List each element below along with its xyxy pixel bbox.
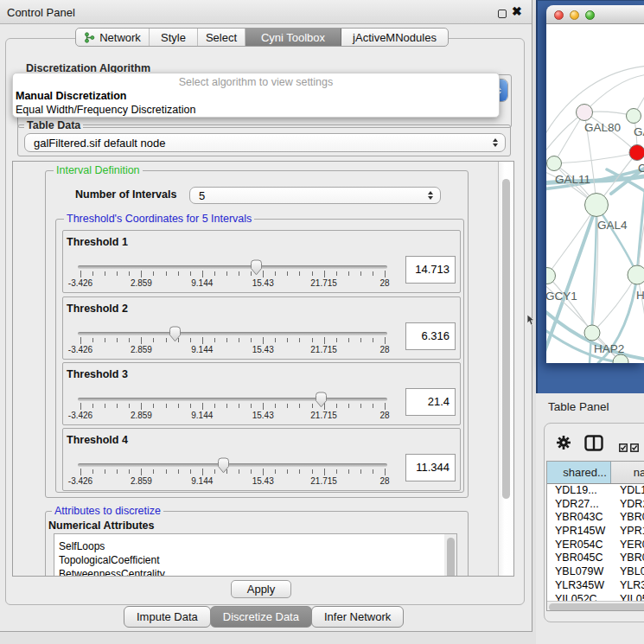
network-node-GAL4[interactable]: [585, 194, 609, 217]
numerical-attributes-list[interactable]: SelfLoopsTopologicalCoefficientBetweenne…: [54, 533, 457, 577]
tab-style[interactable]: Style: [150, 29, 198, 46]
tab-cyni-toolbox[interactable]: Cyni Toolbox: [245, 29, 341, 46]
slider-minor-tick: [92, 404, 93, 408]
tab-discretize-data[interactable]: Discretize Data: [210, 606, 312, 628]
apply-button[interactable]: Apply: [231, 580, 291, 598]
network-node-GAL11[interactable]: [547, 156, 562, 171]
table-row[interactable]: YDL19...YDL19: [547, 484, 644, 498]
slider-minor-tick: [373, 404, 373, 408]
table-header-row: shared... name: [547, 462, 644, 484]
slider-minor-tick: [251, 404, 252, 408]
checkbox-icon[interactable]: [630, 440, 639, 456]
list-item[interactable]: TopologicalCoefficient: [54, 553, 456, 567]
slider-minor-tick: [166, 404, 167, 408]
scrollbar-thumb[interactable]: [502, 179, 510, 499]
tab-infer-network[interactable]: Infer Network: [311, 606, 404, 628]
slider-track[interactable]: [78, 463, 387, 467]
columns-icon[interactable]: [584, 435, 603, 455]
cell-shared-name: YBR043C: [547, 511, 612, 525]
dropdown-item-equal-width-frequency[interactable]: Equal Width/Frequency Discretization: [16, 104, 195, 116]
network-node-top-right[interactable]: [627, 109, 641, 124]
network-node-H-node[interactable]: [628, 265, 644, 284]
checkbox-icon[interactable]: [619, 440, 628, 456]
tab-network[interactable]: Network: [76, 29, 150, 46]
table-row[interactable]: YPR145WYPR14: [547, 525, 644, 539]
network-edge[interactable]: [554, 153, 637, 163]
slider-minor-tick: [299, 404, 300, 408]
close-button[interactable]: [554, 10, 564, 20]
network-node-HAP2[interactable]: [584, 325, 600, 341]
slider-major-tick: [263, 403, 264, 410]
list-scrollbar-thumb[interactable]: [447, 538, 455, 577]
table-row[interactable]: YER054CYER05: [547, 539, 644, 552]
threshold-value-field[interactable]: 14.713: [405, 256, 456, 284]
table-header-shared-name[interactable]: shared...: [547, 462, 611, 483]
slider-major-tick: [80, 337, 81, 344]
table-row[interactable]: YBL079WYBL07: [547, 565, 644, 579]
tab-select[interactable]: Select: [198, 29, 245, 46]
slider-track[interactable]: [78, 332, 387, 335]
list-item[interactable]: BetweennessCentrality: [54, 567, 456, 577]
gear-icon[interactable]: [556, 435, 571, 454]
slider-thumb[interactable]: [169, 326, 182, 342]
slider-major-tick: [324, 271, 325, 277]
network-canvas[interactable]: GAL80GACGAL11GAL4GCY1HHAP2: [546, 24, 644, 363]
slider-minor-tick: [214, 404, 215, 408]
cell-shared-name: YER054C: [547, 539, 612, 552]
network-node-GAL80[interactable]: [577, 105, 593, 121]
network-view-window: GAL80GACGAL11GAL4GCY1HHAP2: [546, 5, 644, 363]
network-edge[interactable]: [547, 205, 596, 276]
network-edge[interactable]: [584, 74, 644, 112]
slider-thumb[interactable]: [315, 392, 328, 408]
slider-tick-label: -3.426: [68, 278, 92, 288]
slider-thumb[interactable]: [217, 457, 230, 474]
list-scrollbar-track[interactable]: [444, 534, 456, 577]
network-node-red-node[interactable]: [629, 145, 644, 161]
slider-minor-tick: [92, 338, 93, 342]
table-row[interactable]: YBR043CYBR04: [547, 511, 644, 525]
slider-minor-tick: [336, 338, 337, 342]
cell-name: YLR34: [612, 579, 644, 593]
zoom-button[interactable]: [585, 10, 595, 20]
minimize-button[interactable]: [570, 10, 579, 20]
slider-major-tick: [202, 337, 203, 344]
table-row[interactable]: YDR27...YDR27: [547, 498, 644, 512]
number-of-intervals-combobox[interactable]: 5: [189, 187, 441, 204]
slider-major-tick: [141, 469, 142, 475]
tab-label: Network: [99, 31, 141, 44]
threshold-value-field[interactable]: 21.4: [405, 388, 456, 416]
network-edge-highlighted[interactable]: [596, 206, 637, 275]
close-icon[interactable]: ✖: [512, 4, 522, 18]
list-item[interactable]: SelfLoops: [54, 539, 456, 553]
cell-shared-name: YBR045C: [547, 552, 612, 565]
tab-jactivemnodules[interactable]: jActiveMNodules: [341, 29, 448, 46]
dropdown-item-manual-discretization[interactable]: Manual Discretization: [16, 90, 127, 102]
network-edge[interactable]: [637, 275, 644, 353]
threshold-value-field[interactable]: 11.344: [405, 454, 456, 481]
tab-impute-data[interactable]: Impute Data: [124, 606, 211, 628]
slider-minor-tick: [92, 271, 93, 276]
scrollbar-track[interactable]: [498, 162, 513, 576]
table-data-combobox[interactable]: galFiltered.sif default node: [24, 133, 506, 152]
slider-minor-tick: [336, 469, 337, 474]
network-edge[interactable]: [554, 112, 584, 163]
slider-major-tick: [385, 337, 386, 344]
slider-track[interactable]: [78, 265, 387, 269]
slider-track[interactable]: [78, 398, 387, 401]
table-hscrollbar-track[interactable]: [547, 601, 644, 611]
slider-minor-tick: [105, 469, 105, 474]
network-icon: [84, 32, 95, 43]
slider-major-tick: [263, 271, 264, 277]
slider-tick-label: -3.426: [68, 476, 92, 486]
table-row[interactable]: YBR045CYBR04: [547, 552, 644, 565]
slider-minor-tick: [166, 271, 167, 276]
threshold-value-field[interactable]: 6.316: [405, 322, 456, 350]
table-row[interactable]: YLR345WYLR34: [547, 579, 644, 593]
combo-arrows-icon: [486, 138, 505, 147]
table-header-name[interactable]: name: [611, 462, 644, 483]
network-node-GCY1[interactable]: [546, 268, 556, 284]
slider-thumb[interactable]: [250, 259, 263, 276]
table-hscrollbar-thumb[interactable]: [549, 603, 644, 611]
threshold-label: Threshold 1: [67, 236, 128, 248]
float-window-icon[interactable]: [498, 10, 507, 18]
